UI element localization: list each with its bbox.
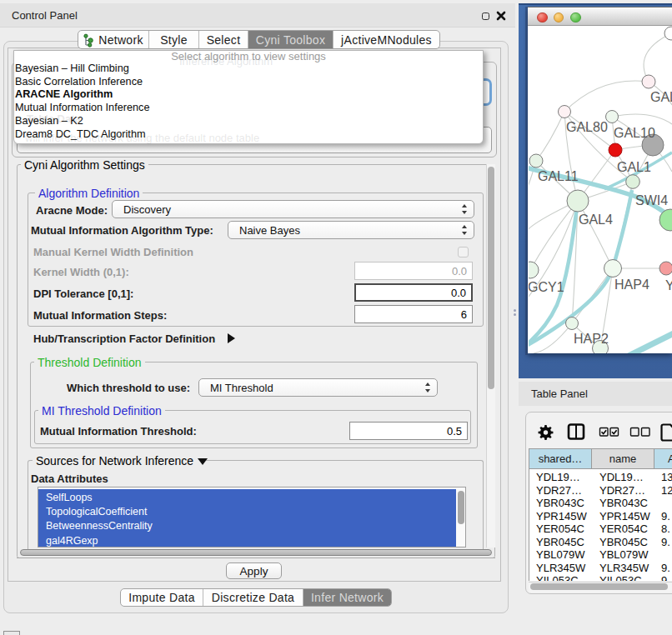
svg-text:GAL4: GAL4 [579, 212, 613, 227]
svg-text:GAL80: GAL80 [566, 120, 608, 134]
svg-text:Y: Y [665, 278, 672, 292]
svg-text:GCY1: GCY1 [529, 280, 564, 294]
svg-text:GAL1: GAL1 [617, 160, 651, 174]
svg-text:HAP4: HAP4 [614, 278, 649, 292]
svg-text:HAP2: HAP2 [574, 332, 609, 346]
svg-text:GAL: GAL [650, 90, 672, 104]
svg-text:GAL10: GAL10 [614, 126, 655, 140]
svg-text:SWI4: SWI4 [635, 193, 668, 208]
svg-text:GAL11: GAL11 [538, 169, 579, 183]
